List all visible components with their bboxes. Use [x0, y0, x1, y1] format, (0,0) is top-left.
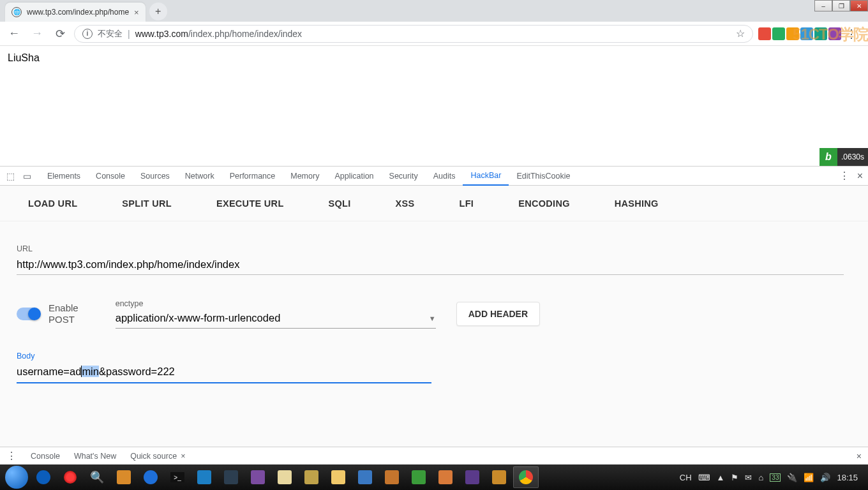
taskbar-item[interactable] — [245, 466, 271, 488]
enable-post-toggle[interactable] — [17, 308, 40, 320]
thinkphp-time: .0630s — [837, 148, 868, 166]
tray-volume-icon[interactable]: 🔊 — [820, 473, 830, 482]
devtools-tab-security[interactable]: Security — [382, 167, 426, 186]
tray-network-icon[interactable]: 📶 — [804, 473, 814, 482]
close-icon[interactable]: × — [181, 452, 185, 461]
tray-power-icon[interactable]: 🔌 — [787, 473, 797, 482]
browser-tab[interactable]: 🌐 www.tp3.com/index.php/home × — [5, 3, 146, 22]
close-button[interactable]: ✕ — [850, 0, 868, 11]
back-button[interactable]: ← — [5, 25, 23, 43]
url-field-label: URL — [17, 244, 851, 253]
search-icon: 🔍 — [90, 470, 104, 484]
chevron-down-icon: ▼ — [429, 315, 436, 322]
devtools-more-icon[interactable]: ⋮ — [839, 170, 849, 182]
hackbar-load-url[interactable]: LOAD URL — [28, 198, 77, 209]
taskbar-item[interactable] — [138, 466, 163, 488]
tray-icon[interactable]: ⌂ — [758, 473, 763, 482]
system-tray: CH ⌨ ▲ ⚑ ✉ ⌂ 33 🔌 📶 🔊 18:15 — [680, 473, 864, 482]
taskbar-item[interactable] — [57, 466, 83, 488]
taskbar-item[interactable] — [272, 466, 297, 488]
reload-button[interactable]: ⟳ — [51, 25, 69, 43]
tray-icon[interactable]: ▲ — [717, 473, 725, 482]
start-button[interactable] — [4, 466, 29, 488]
taskbar-item[interactable]: >_ — [165, 466, 190, 488]
globe-icon: 🌐 — [11, 7, 22, 17]
tray-battery-icon[interactable]: 33 — [770, 473, 781, 482]
devtools-tab-elements[interactable]: Elements — [40, 167, 88, 186]
enctype-select[interactable]: application/x-www-form-urlencoded ▼ — [116, 308, 436, 329]
hackbar-xss[interactable]: XSS — [396, 198, 415, 209]
add-header-button[interactable]: ADD HEADER — [456, 302, 540, 326]
extension-icon[interactable] — [814, 27, 827, 40]
tray-lang[interactable]: CH — [680, 473, 692, 482]
taskbar-item[interactable] — [326, 466, 351, 488]
devtools-close-icon[interactable]: × — [857, 170, 863, 182]
devtools-tab-performance[interactable]: Performance — [222, 167, 283, 186]
devtools-tab-editthiscookie[interactable]: EditThisCookie — [509, 167, 578, 186]
tab-close-icon[interactable]: × — [134, 8, 139, 17]
taskbar-item[interactable] — [191, 466, 217, 488]
taskbar-item[interactable] — [460, 466, 485, 488]
enctype-value: application/x-www-form-urlencoded — [116, 312, 281, 324]
taskbar-item[interactable] — [406, 466, 431, 488]
body-input[interactable]: username=admin&password=222 — [17, 363, 431, 383]
hackbar-encoding[interactable]: ENCODING — [518, 198, 570, 209]
extension-icon[interactable] — [800, 27, 813, 40]
hackbar-lfi[interactable]: LFI — [460, 198, 474, 209]
devtools-tab-console[interactable]: Console — [88, 167, 133, 186]
taskbar-item[interactable]: 🔍 — [84, 466, 110, 488]
drawer-menu-icon[interactable]: ⋮ — [6, 450, 17, 462]
devtools-tab-memory[interactable]: Memory — [283, 167, 327, 186]
tray-ime-icon[interactable]: ⌨ — [698, 473, 710, 482]
device-toolbar-icon[interactable]: ▭ — [22, 171, 32, 181]
hackbar-hashing[interactable]: HASHING — [615, 198, 659, 209]
forward-button[interactable]: → — [28, 25, 46, 43]
hackbar-sqli[interactable]: SQLI — [329, 198, 351, 209]
drawer-tab-quicksource[interactable]: Quick source × — [130, 452, 185, 461]
minimize-button[interactable]: – — [814, 0, 832, 11]
devtools-tab-audits[interactable]: Audits — [426, 167, 463, 186]
url-input[interactable] — [17, 256, 844, 275]
devtools-tab-hackbar[interactable]: HackBar — [463, 167, 509, 186]
site-info-icon[interactable]: i — [82, 29, 93, 39]
taskbar-item[interactable] — [433, 466, 458, 488]
tray-clock[interactable]: 18:15 — [837, 473, 858, 482]
extension-icon[interactable] — [828, 27, 841, 40]
insecure-label: 不安全 — [98, 28, 123, 40]
enctype-label: enctype — [116, 299, 436, 308]
new-tab-button[interactable]: + — [149, 3, 167, 20]
address-bar[interactable]: i 不安全 | www.tp3.com/index.php/home/index… — [74, 25, 753, 43]
taskbar-item[interactable] — [111, 466, 137, 488]
devtools-tab-sources[interactable]: Sources — [133, 167, 177, 186]
body-field-label: Body — [17, 352, 851, 360]
tray-icon[interactable]: ✉ — [745, 473, 752, 482]
devtools-tab-application[interactable]: Application — [327, 167, 381, 186]
taskbar-item-chrome[interactable] — [513, 466, 539, 488]
drawer-tab-console[interactable]: Console — [31, 452, 60, 461]
tray-icon[interactable]: ⚑ — [731, 473, 738, 482]
extensions-area: ⋮ — [758, 25, 863, 43]
thinkphp-badge[interactable]: b .0630s — [819, 148, 868, 166]
devtools-tab-network[interactable]: Network — [177, 167, 222, 186]
inspect-element-icon[interactable]: ⬚ — [5, 171, 15, 181]
extension-icon[interactable] — [772, 27, 785, 40]
hackbar-execute-url[interactable]: EXECUTE URL — [216, 198, 284, 209]
drawer-close-icon[interactable]: × — [857, 451, 862, 461]
taskbar-item[interactable] — [31, 466, 56, 488]
taskbar-item[interactable] — [379, 466, 405, 488]
hackbar-split-url[interactable]: SPLIT URL — [122, 198, 172, 209]
drawer-tab-whatsnew[interactable]: What's New — [74, 452, 116, 461]
bookmark-star-icon[interactable]: ☆ — [736, 27, 745, 40]
extension-icon[interactable] — [758, 27, 771, 40]
taskbar-item[interactable] — [218, 466, 244, 488]
separator: | — [128, 29, 130, 39]
hackbar-menu: LOAD URL SPLIT URL EXECUTE URL SQLI XSS … — [0, 186, 868, 221]
enable-post-label: EnablePOST — [49, 302, 79, 325]
url-path: /index.php/home/index/index — [188, 29, 302, 39]
taskbar-item[interactable] — [299, 466, 324, 488]
extension-icon[interactable] — [786, 27, 799, 40]
taskbar-item[interactable] — [352, 466, 378, 488]
maximize-button[interactable]: ❐ — [832, 0, 850, 11]
taskbar-item[interactable] — [486, 466, 512, 488]
browser-menu-icon[interactable]: ⋮ — [842, 25, 860, 43]
